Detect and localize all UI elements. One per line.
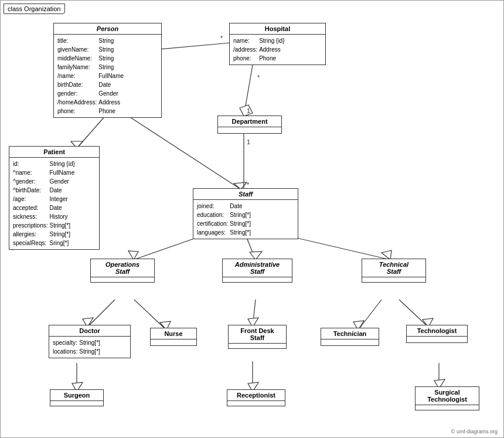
svg-line-24 xyxy=(358,300,382,330)
class-doctor-header: Doctor xyxy=(49,325,130,337)
class-nurse-header: Nurse xyxy=(151,328,196,339)
copyright: © uml-diagrams.org xyxy=(451,429,498,434)
class-technologist-body xyxy=(407,337,467,342)
class-frontdesk: Front Desk Staff xyxy=(228,325,287,349)
class-department-header: Department xyxy=(218,116,281,127)
svg-line-26 xyxy=(399,300,428,327)
class-tech-staff-body xyxy=(362,277,425,282)
diagram-container: class Organization * 1 1 * * xyxy=(0,0,504,438)
svg-text:1: 1 xyxy=(247,138,250,145)
class-admin-staff-body xyxy=(223,277,292,282)
class-hospital: Hospital name:String {id} /address:Addre… xyxy=(229,23,326,65)
class-staff: Staff joined:Date education:String[*] ce… xyxy=(193,188,298,239)
class-surgical-tech-body xyxy=(416,405,479,410)
title-text: class Organization xyxy=(8,5,61,12)
class-technologist-header: Technologist xyxy=(407,325,467,337)
class-nurse-body xyxy=(151,339,196,345)
class-ops-staff: Operations Staff xyxy=(90,259,155,283)
class-department-body xyxy=(218,127,281,133)
class-technologist: Technologist xyxy=(406,325,468,343)
svg-line-18 xyxy=(87,300,115,327)
class-surgeon: Surgeon xyxy=(50,389,104,406)
class-hospital-header: Hospital xyxy=(230,23,325,35)
svg-line-4 xyxy=(244,65,253,116)
class-patient: Patient id:String {id} ^name:FullName ^g… xyxy=(9,146,100,250)
diagram-title: class Organization xyxy=(4,4,65,14)
class-staff-header: Staff xyxy=(193,189,298,200)
class-doctor-body: specialty:String[*] locations:String[*] xyxy=(49,337,130,358)
class-person-header: Person xyxy=(54,23,161,35)
class-staff-body: joined:Date education:String[*] certific… xyxy=(193,200,298,239)
class-surgeon-header: Surgeon xyxy=(50,390,103,401)
class-receptionist: Receptionist xyxy=(227,389,285,406)
svg-text:*: * xyxy=(247,181,250,188)
class-tech-staff: Technical Staff xyxy=(362,259,426,283)
svg-line-0 xyxy=(77,115,106,148)
svg-text:*: * xyxy=(257,74,260,81)
svg-text:1: 1 xyxy=(247,107,250,114)
class-receptionist-header: Receptionist xyxy=(227,390,285,401)
class-technician: Technician xyxy=(321,328,379,346)
class-nurse: Nurse xyxy=(150,328,197,346)
class-technician-header: Technician xyxy=(321,328,379,339)
class-admin-staff-header: Administrative Staff xyxy=(223,259,292,277)
class-ops-staff-body xyxy=(91,277,154,282)
class-frontdesk-body xyxy=(229,344,286,348)
class-surgeon-body xyxy=(50,401,103,406)
class-patient-header: Patient xyxy=(9,147,99,158)
class-department: Department xyxy=(217,116,282,134)
class-person-body: title:String givenName:String middleName… xyxy=(54,35,161,117)
svg-marker-5 xyxy=(240,105,253,116)
class-patient-body: id:String {id} ^name:FullName ^gender:Ge… xyxy=(9,158,99,249)
class-doctor: Doctor specialty:String[*] locations:Str… xyxy=(49,325,131,358)
class-receptionist-body xyxy=(227,401,285,406)
copyright-text: © uml-diagrams.org xyxy=(451,429,498,434)
class-hospital-body: name:String {id} /address:Address phone:… xyxy=(230,35,325,64)
class-tech-staff-header: Technical Staff xyxy=(362,259,425,277)
class-person: Person title:String givenName:String mid… xyxy=(53,23,162,118)
class-surgical-tech-header: Surgical Technologist xyxy=(416,387,479,405)
svg-text:*: * xyxy=(220,35,223,42)
class-surgical-tech: Surgical Technologist xyxy=(415,386,479,410)
class-technician-body xyxy=(321,339,379,345)
svg-line-20 xyxy=(134,300,166,330)
class-admin-staff: Administrative Staff xyxy=(222,259,292,283)
class-ops-staff-header: Operations Staff xyxy=(91,259,154,277)
class-frontdesk-header: Front Desk Staff xyxy=(229,325,286,344)
svg-line-22 xyxy=(253,300,256,327)
